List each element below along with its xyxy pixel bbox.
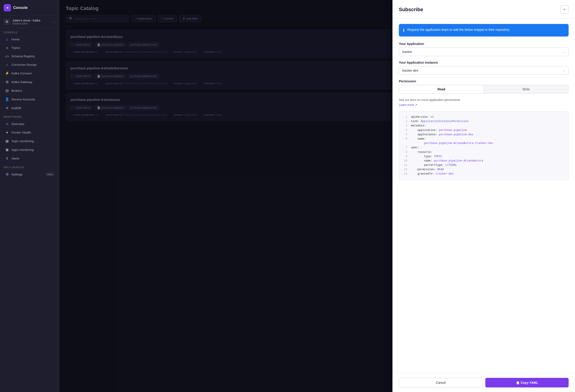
cluster-icon: ⚙ [4,19,10,25]
panel-title: Subscribe [399,7,423,13]
apps-monitoring-icon: ▣ [5,148,9,152]
sidebar-item-schema-registry[interactable]: <> Schema Registry [1,52,58,60]
docs-text: See our docs on cross-application permis… [399,98,569,101]
sidebar-item-kafka-gateway[interactable]: ⊞ Kafka Gateway [1,78,58,86]
code-line: 13 grantedTo: tracker-dev [403,172,565,176]
permission-group: Read Write [399,85,569,94]
sidebar-item-service-accounts[interactable]: 👤 Service Accounts [1,95,58,103]
application-select[interactable]: tracker [399,48,569,56]
sidebar-item-label: Cluster Health [11,131,31,134]
sidebar-item-ksqldb[interactable]: ≋ ksqlDB [1,104,58,112]
permission-read-button[interactable]: Read [399,85,484,93]
alerts-icon: ℹ [5,156,9,160]
cluster-selector[interactable]: ⚙ Julien's cloud - Kafka shadow-julien ⌄ [0,16,59,28]
permission-label: Permission [399,79,569,83]
settings-badge: main [46,172,54,176]
chevron-down-icon: ⌄ [53,20,55,23]
code-line: 8 resource: [403,150,565,154]
panel-body: ℹ Request the application team to add th… [392,19,575,373]
code-line: 6 name: [403,137,565,141]
cluster-health-icon: ♥ [5,130,9,134]
cluster-sub: shadow-julien [12,22,51,25]
sidebar-item-label: Settings [11,173,23,176]
sidebar-item-brokers[interactable]: ▤ Brokers [1,86,58,95]
application-form-group: Your Application tracker ⌄ [399,42,569,56]
sidebar-item-label: Home [11,38,20,41]
overview-icon: ∿ [5,122,9,126]
topic-monitoring-icon: ▦ [5,139,9,143]
sidebar-item-label: Kafka Connect [11,72,32,75]
permission-write-button[interactable]: Write [484,85,569,93]
sidebar-item-topic-monitoring[interactable]: ▦ Topic monitoring [1,137,58,145]
settings-icon: ⚙ [5,172,9,176]
panel-header: Subscribe × [392,0,575,19]
sidebar-item-label: Topic monitoring [11,139,34,143]
application-select-wrapper: tracker ⌄ [399,48,569,56]
sidebar-section-console: CONSOLE [0,28,59,35]
permission-form-group: Permission Read Write [399,79,569,94]
instance-select-wrapper: tracker-dev ⌄ [399,66,569,75]
sidebar: ✦ Console ⚙ Julien's cloud - Kafka shado… [0,0,59,392]
brokers-icon: ▤ [5,89,9,93]
code-line: 3 metadata: [403,124,565,128]
code-line: 2 kind: ApplicationInstancePermission [403,119,565,124]
instance-form-group: Your Application Instance tracker-dev ⌄ [399,61,569,75]
home-icon: ⌂ [5,37,9,41]
instance-label: Your Application Instance [399,61,569,64]
sidebar-item-label: Consumer Groups [11,63,37,66]
code-line: 10 name: purchase-pipeline-ArcaneAurora [403,159,565,163]
sidebar-item-label: Service Accounts [11,98,35,101]
close-button[interactable]: × [560,5,569,14]
learn-more-link[interactable]: Learn more ↗ [399,103,417,107]
application-label: Your Application [399,42,569,46]
code-line: 9 type: TOPIC [403,154,565,159]
ksqldb-icon: ≋ [5,106,9,110]
kafka-gateway-icon: ⊞ [5,80,9,84]
kafka-connect-icon: ⚡ [5,71,9,75]
code-line: 11 patternType: LITERAL [403,163,565,168]
info-icon: ℹ [403,28,405,33]
sidebar-item-topics[interactable]: ≡ Topics [1,44,58,52]
sidebar-section-self-service: SELF-SERVICE [0,163,59,170]
sidebar-item-label: Schema Registry [11,54,35,58]
code-line: 12 permission: READ [403,168,565,172]
info-banner-text: Request the application team to add the … [407,28,510,32]
instance-select[interactable]: tracker-dev [399,66,569,75]
code-block: 1 apiVersion: v1 2 kind: ApplicationInst… [399,111,569,180]
copy-yaml-button[interactable]: 📋 Copy YAML [485,378,569,388]
sidebar-item-consumer-groups[interactable]: ○ Consumer Groups [1,61,58,69]
sidebar-item-kafka-connect[interactable]: ⚡ Kafka Connect [1,69,58,77]
code-line: 1 apiVersion: v1 [403,115,565,119]
subscribe-panel: Subscribe × ℹ Request the application te… [392,0,575,392]
code-line: purchase-pipeline-ArcaneAurora-tracker-d… [403,141,565,146]
sidebar-item-label: Topics [11,46,20,49]
code-line: 4 application: purchase-pipeline [403,128,565,133]
sidebar-item-label: Overview [11,122,24,126]
sidebar-section-monitoring: MONITORING [0,112,59,120]
cluster-name: Julien's cloud - Kafka [12,19,51,22]
sidebar-item-cluster-health[interactable]: ♥ Cluster Health [1,128,58,136]
sidebar-item-settings[interactable]: ⚙ Settings main [1,170,58,178]
app-name: Console [13,6,28,10]
sidebar-item-label: ksqlDB [11,106,21,110]
sidebar-item-home[interactable]: ⌂ Home [1,35,58,43]
code-line: 5 appInstance: purchase-pipeline-dev [403,133,565,137]
panel-footer: Cancel 📋 Copy YAML [392,373,575,392]
app-logo-icon: ✦ [4,4,11,11]
cancel-button[interactable]: Cancel [399,378,483,388]
sidebar-item-label: Brokers [11,89,22,92]
sidebar-item-label: Kafka Gateway [11,80,32,84]
consumer-groups-icon: ○ [5,63,9,67]
sidebar-header: ✦ Console [0,0,59,16]
info-banner: ℹ Request the application team to add th… [399,24,569,37]
sidebar-item-label: Alerts [11,157,19,160]
sidebar-item-label: Apps monitoring [11,148,34,151]
cluster-info: Julien's cloud - Kafka shadow-julien [12,19,51,25]
sidebar-item-alerts[interactable]: ℹ Alerts [1,154,58,162]
code-line: 7 spec: [403,146,565,150]
sidebar-item-apps-monitoring[interactable]: ▣ Apps monitoring [1,146,58,154]
schema-icon: <> [5,54,9,58]
topics-icon: ≡ [5,46,9,50]
service-accounts-icon: 👤 [5,97,9,101]
sidebar-item-overview[interactable]: ∿ Overview [1,120,58,128]
